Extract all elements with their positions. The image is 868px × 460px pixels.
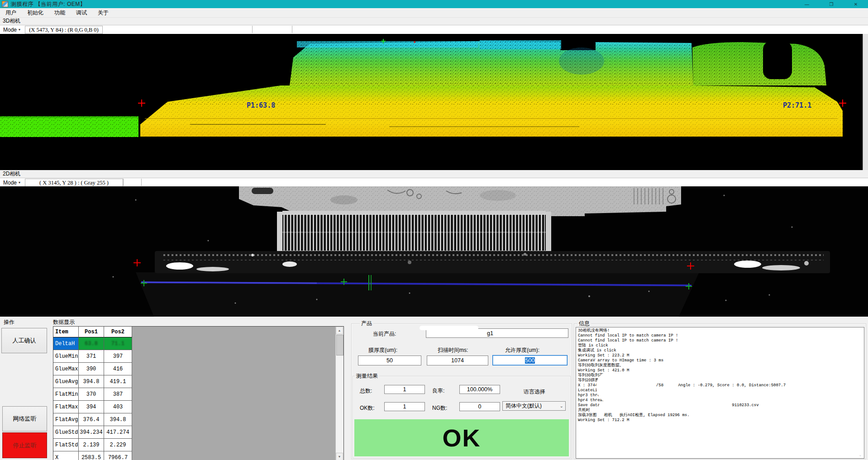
product-group-label: 产品 <box>360 320 373 327</box>
log-scroll-down[interactable]: ⌄ <box>857 452 863 457</box>
camera3d-toolbar: Mode ▾ (X 5473, Y 84) : (R 0,G 0,B 0) <box>0 25 868 35</box>
menu-bar: 用户 初始化 功能 调试 关于 <box>0 8 868 18</box>
grayscale-image <box>0 186 868 317</box>
stop-listen-button[interactable]: 停止监听 <box>2 432 47 458</box>
camera2d-pixel-status: ( X 3145, Y 28 ) : ( Gray 255 ) <box>25 179 123 187</box>
yield-field[interactable]: 100.000% <box>459 385 500 394</box>
ok-count-field[interactable]: 1 <box>384 402 425 411</box>
bottom-panel: 操作 人工确认 网络监听 停止监听 数据显示 Item Pos1 Pos2 De… <box>0 317 868 460</box>
log-line: 等到3D取到灰度图数据。 <box>576 363 864 368</box>
allowed-thickness-label: 允许厚度(um): <box>505 346 539 354</box>
film-thickness-label: 膜厚度(um): <box>368 346 397 354</box>
scan-time-field[interactable]: 1074 <box>427 356 488 365</box>
log-line: Working Set : 712.2 M <box>576 418 864 423</box>
app-window: 测膜程序 【当前用户: OEM】 — ❐ ✕ 用户 初始化 功能 调试 关于 3… <box>0 0 868 460</box>
title-bar: 测膜程序 【当前用户: OEM】 — ❐ ✕ <box>0 0 868 8</box>
info-group-label: 信息 <box>577 320 591 327</box>
log-line: 登陆 is click <box>576 343 864 348</box>
camera2d-label: 2D相机 <box>3 170 20 177</box>
redaction-scribble <box>596 372 650 404</box>
film-thickness-field[interactable]: 50 <box>358 356 421 365</box>
menu-about[interactable]: 关于 <box>92 8 114 17</box>
ok-count-label: OK数: <box>360 404 375 412</box>
menu-debug[interactable]: 调试 <box>71 8 92 17</box>
scroll-down-icon: ⌄ <box>859 452 862 457</box>
camera2d-toolbar: Mode ▾ ( X 3145, Y 28 ) : ( Gray 255 ) <box>0 178 868 187</box>
log-line: CameraV array to HImage time : 3 ms <box>576 358 864 363</box>
total-label: 总数: <box>360 387 372 395</box>
camera3d-heightmap-view[interactable]: P1:63.8 P2:71.1 <box>0 34 868 170</box>
log-line: 加载3张图 相机 执行AOI检查, Elapsed 19296 ms. <box>576 413 864 418</box>
result-ok-banner: OK <box>354 419 569 456</box>
close-icon: ✕ <box>854 2 858 7</box>
p1-value-label: P1:63.8 <box>247 101 275 109</box>
minimize-icon: — <box>805 2 809 7</box>
log-textbox[interactable]: 3D相机没有网络! Cannot find local IP to match … <box>576 327 864 459</box>
total-field[interactable]: 1 <box>384 385 425 394</box>
camera2d-mode-button[interactable]: Mode ▾ <box>1 179 22 186</box>
p2-value-label: P2:71.1 <box>783 101 811 109</box>
window-title: 测膜程序 【当前用户: OEM】 <box>11 0 86 8</box>
log-line: Working Set : 223.2 M <box>576 353 864 358</box>
data-display-label: 数据显示 <box>53 318 75 326</box>
table-row[interactable]: GlueAvg 394.8 419.1 <box>53 375 132 388</box>
grid-scrollbar-thumb[interactable] <box>336 335 343 356</box>
scroll-up-icon: ▲ <box>338 329 341 332</box>
camera3d-label: 3D相机 <box>3 17 20 24</box>
language-select[interactable]: 简体中文(默认) ⌄ <box>502 401 566 411</box>
measure-result-label: 测量结果 <box>355 372 379 380</box>
menu-initialize[interactable]: 初始化 <box>22 8 49 17</box>
chevron-down-icon: ▾ <box>19 28 20 32</box>
chevron-down-icon: ▾ <box>19 180 20 185</box>
language-select-label: 语言选择 <box>524 388 545 396</box>
col-pos1: Pos1 <box>79 327 104 337</box>
close-button[interactable]: ✕ <box>844 0 868 8</box>
log-line: 3D相机没有网络! <box>576 328 864 333</box>
yield-label: 良率: <box>432 387 444 395</box>
restore-button[interactable]: ❐ <box>819 0 844 8</box>
table-row[interactable]: GlueStd 394.234 417.274 <box>53 426 132 439</box>
table-row[interactable]: FlatStd 2.139 2.229 <box>53 439 132 451</box>
combo-arrow-icon: ⌄ <box>560 403 563 408</box>
table-row[interactable]: DeltaH 63.8 71.1 <box>53 337 132 350</box>
table-row[interactable]: FlatAvg 376.4 394.8 <box>53 413 132 426</box>
table-row[interactable]: FlatMin 370 387 <box>53 388 132 401</box>
col-item: Item <box>53 327 79 337</box>
allowed-thickness-field[interactable]: 500 <box>492 355 568 365</box>
scroll-down-icon: ▼ <box>338 455 341 458</box>
log-line: Cannot find local IP to match camera IP … <box>576 338 864 343</box>
camera3d-scrollbar[interactable] <box>863 34 868 170</box>
table-row[interactable]: FlatMax 394 403 <box>53 401 132 413</box>
menu-user[interactable]: 用户 <box>0 8 22 17</box>
camera3d-mode-button[interactable]: Mode ▾ <box>1 26 22 33</box>
minimize-button[interactable]: — <box>795 0 819 8</box>
col-pos2: Pos2 <box>104 327 132 337</box>
ng-count-field[interactable]: 0 <box>459 402 500 411</box>
heightmap-image: P1:63.8 P2:71.1 <box>0 34 868 170</box>
app-icon <box>2 1 8 7</box>
data-grid: Item Pos1 Pos2 DeltaH 63.8 71.1 GlueMin … <box>53 326 344 460</box>
table-header-row: Item Pos1 Pos2 <box>53 327 132 337</box>
restore-icon: ❐ <box>830 2 834 7</box>
current-product-label: 当前产品: <box>373 330 396 338</box>
manual-confirm-button[interactable]: 人工确认 <box>1 328 47 353</box>
scan-time-label: 扫描时间ms: <box>438 346 468 354</box>
network-listen-button[interactable]: 网络监听 <box>2 406 47 432</box>
table-row[interactable]: X 2583.5 7966.7 <box>53 451 132 460</box>
selected-text: 500 <box>525 357 535 364</box>
grid-scrollbar[interactable]: ▲ ▼ <box>335 327 343 460</box>
data-table: Item Pos1 Pos2 DeltaH 63.8 71.1 GlueMin … <box>53 327 132 460</box>
product-group: 产品 当前产品: g1 膜厚度(um): 扫描时间ms: 允许厚度(um): 5… <box>351 323 572 459</box>
redaction-scribble <box>599 403 730 409</box>
table-row[interactable]: GlueMin 371 397 <box>53 350 132 363</box>
camera2d-grayscale-view[interactable] <box>0 186 868 317</box>
log-line: Cannot find local IP to match camera IP … <box>576 333 864 338</box>
table-row[interactable]: GlueMax 390 416 <box>53 363 132 375</box>
operations-label: 操作 <box>4 318 14 326</box>
menu-function[interactable]: 功能 <box>49 8 71 17</box>
log-line: 集成调试 is click <box>576 348 864 353</box>
camera3d-pixel-status: (X 5473, Y 84) : (R 0,G 0,B 0) <box>25 26 103 34</box>
measure-result-group: 测量结果 总数: 1 良率: 100.000% 语言选择 OK数: 1 NG数:… <box>353 376 571 458</box>
info-group: 信息 3D相机没有网络! Cannot find local IP to mat… <box>574 323 866 459</box>
ng-count-label: NG数: <box>432 404 447 412</box>
